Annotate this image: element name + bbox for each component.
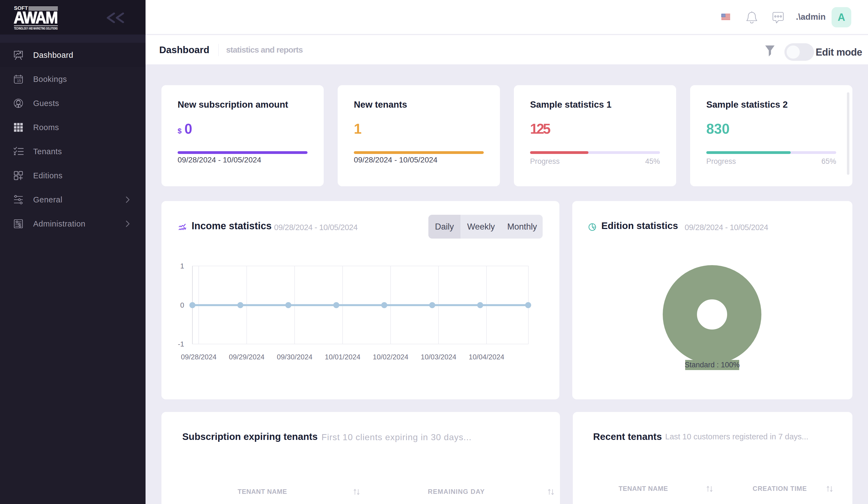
svg-text:10/02/2024: 10/02/2024 [373, 353, 409, 361]
svg-text:09/30/2024: 09/30/2024 [277, 353, 312, 361]
svg-text:10/04/2024: 10/04/2024 [469, 353, 504, 361]
svg-text:09/29/2024: 09/29/2024 [229, 353, 265, 361]
svg-text:1: 1 [180, 262, 184, 270]
svg-text:-1: -1 [178, 340, 184, 348]
svg-text:09/28/2024: 09/28/2024 [181, 353, 217, 361]
svg-text:15: 15 [17, 78, 21, 83]
svg-text:10/01/2024: 10/01/2024 [325, 353, 360, 361]
svg-text:10/03/2024: 10/03/2024 [421, 353, 456, 361]
svg-text:0: 0 [180, 301, 184, 309]
